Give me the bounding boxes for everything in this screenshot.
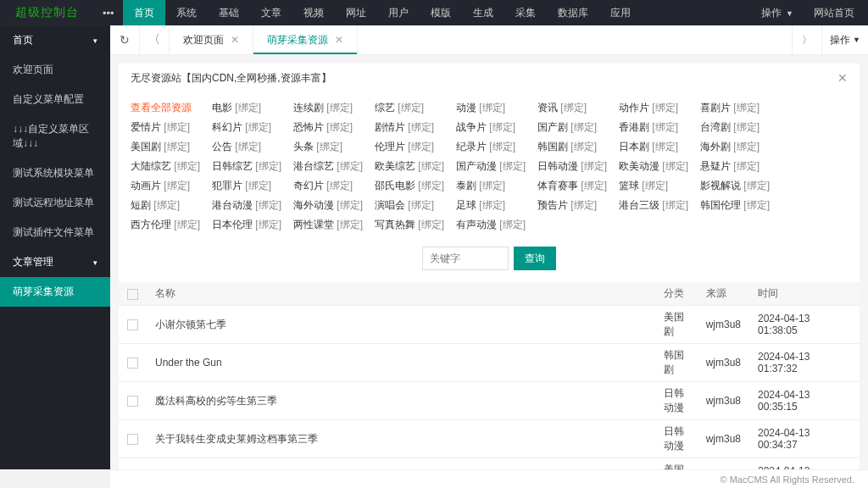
- topnav-item-2[interactable]: 基础: [208, 0, 250, 25]
- category-link[interactable]: 短剧 [绑定]: [131, 196, 212, 215]
- table-row[interactable]: Under the Gun韩国剧wjm3u82024-04-13 01:37:3…: [119, 344, 860, 382]
- tab[interactable]: 萌芽采集资源✕: [253, 25, 358, 54]
- select-all-checkbox[interactable]: [127, 289, 138, 300]
- topnav-item-4[interactable]: 视频: [292, 0, 335, 25]
- category-link[interactable]: 海外动漫 [绑定]: [293, 196, 375, 215]
- table-row[interactable]: 小谢尔顿第七季美国剧wjm3u82024-04-13 01:38:05: [119, 306, 860, 344]
- category-link[interactable]: 公告 [绑定]: [212, 137, 293, 157]
- sidebar-group[interactable]: 首页▾: [0, 25, 110, 55]
- category-link[interactable]: 预告片 [绑定]: [537, 196, 619, 215]
- topnav-item-5[interactable]: 网址: [335, 0, 377, 25]
- category-link[interactable]: 港台综艺 [绑定]: [293, 157, 375, 176]
- search-button[interactable]: 查询: [514, 247, 556, 270]
- table-row[interactable]: 魔法科高校的劣等生第三季日韩动漫wjm3u82024-04-13 00:35:1…: [119, 382, 860, 420]
- category-link[interactable]: 海外剧 [绑定]: [700, 137, 782, 157]
- topnav-item-8[interactable]: 生成: [462, 0, 504, 25]
- tab-close-icon[interactable]: ✕: [335, 34, 343, 46]
- category-link[interactable]: 邵氏电影 [绑定]: [375, 176, 456, 196]
- tab-next-icon[interactable]: 〉: [792, 25, 821, 54]
- category-link[interactable]: 台湾剧 [绑定]: [700, 118, 782, 137]
- category-link[interactable]: 韩国剧 [绑定]: [537, 137, 619, 157]
- category-link[interactable]: 资讯 [绑定]: [537, 98, 619, 118]
- search-input[interactable]: [422, 247, 509, 270]
- topnav-item-0[interactable]: 首页: [123, 0, 165, 25]
- table-row[interactable]: 关于我转生变成史莱姆这档事第三季日韩动漫wjm3u82024-04-13 00:…: [119, 420, 860, 458]
- category-link[interactable]: 动漫 [绑定]: [456, 98, 537, 118]
- category-link[interactable]: 剧情片 [绑定]: [375, 118, 456, 137]
- cell-cat: 韩国剧: [655, 344, 698, 382]
- category-link[interactable]: 港台三级 [绑定]: [619, 196, 700, 215]
- topnav-item-1[interactable]: 系统: [165, 0, 208, 25]
- category-link[interactable]: 体育赛事 [绑定]: [537, 176, 619, 196]
- category-link[interactable]: 韩国伦理 [绑定]: [700, 196, 782, 215]
- tab-operate-dropdown[interactable]: 操作 ▼: [821, 25, 868, 54]
- category-link[interactable]: 有声动漫 [绑定]: [456, 215, 537, 235]
- category-link[interactable]: 篮球 [绑定]: [619, 176, 700, 196]
- category-link[interactable]: 港台动漫 [绑定]: [212, 196, 293, 215]
- category-link[interactable]: 足球 [绑定]: [456, 196, 537, 215]
- row-checkbox[interactable]: [127, 396, 138, 407]
- topnav-item-10[interactable]: 数据库: [547, 0, 599, 25]
- category-link[interactable]: 犯罪片 [绑定]: [212, 176, 293, 196]
- sidebar-item[interactable]: ↓↓↓自定义菜单区域↓↓↓: [0, 114, 110, 158]
- category-link[interactable]: 纪录片 [绑定]: [456, 137, 537, 157]
- operate-dropdown[interactable]: 操作 ▼: [761, 6, 793, 20]
- category-link[interactable]: 泰剧 [绑定]: [456, 176, 537, 196]
- tab[interactable]: 欢迎页面✕: [170, 25, 253, 54]
- category-link[interactable]: 香港剧 [绑定]: [619, 118, 700, 137]
- sidebar-item[interactable]: 欢迎页面: [0, 55, 110, 85]
- category-link[interactable]: 欧美综艺 [绑定]: [375, 157, 456, 176]
- category-link[interactable]: 伦理片 [绑定]: [375, 137, 456, 157]
- category-link[interactable]: 动作片 [绑定]: [619, 98, 700, 118]
- sidebar-item[interactable]: 自定义菜单配置: [0, 85, 110, 114]
- site-home-link[interactable]: 网站首页: [814, 6, 854, 20]
- category-link[interactable]: 日本伦理 [绑定]: [212, 215, 293, 235]
- category-link[interactable]: 日韩综艺 [绑定]: [212, 157, 293, 176]
- tab-close-icon[interactable]: ✕: [231, 34, 239, 46]
- category-link[interactable]: 两性课堂 [绑定]: [293, 215, 375, 235]
- category-link[interactable]: 头条 [绑定]: [293, 137, 375, 157]
- sidebar-item[interactable]: 测试系统模块菜单: [0, 158, 110, 188]
- category-link[interactable]: 欧美动漫 [绑定]: [619, 157, 700, 176]
- category-link[interactable]: 日本剧 [绑定]: [619, 137, 700, 157]
- topnav-item-6[interactable]: 用户: [377, 0, 420, 25]
- category-link[interactable]: 国产动漫 [绑定]: [456, 157, 537, 176]
- category-link[interactable]: 喜剧片 [绑定]: [700, 98, 782, 118]
- category-link[interactable]: 演唱会 [绑定]: [375, 196, 456, 215]
- category-link[interactable]: 国产剧 [绑定]: [537, 118, 619, 137]
- category-link[interactable]: 连续剧 [绑定]: [293, 98, 375, 118]
- category-link[interactable]: 奇幻片 [绑定]: [293, 176, 375, 196]
- category-link[interactable]: 动画片 [绑定]: [131, 176, 212, 196]
- category-link[interactable]: 日韩动漫 [绑定]: [537, 157, 619, 176]
- row-checkbox[interactable]: [127, 434, 138, 445]
- category-link[interactable]: 影视解说 [绑定]: [700, 176, 782, 196]
- refresh-icon[interactable]: ↻: [110, 25, 140, 54]
- table-row[interactable]: 鬼屋欢乐送第三季美国剧wjm3u82024-04-12 23:53:09: [119, 458, 860, 470]
- sidebar-group[interactable]: 文章管理▾: [0, 247, 110, 277]
- close-icon[interactable]: ✕: [837, 71, 848, 85]
- sidebar-item[interactable]: 测试插件文件菜单: [0, 218, 110, 247]
- category-link[interactable]: 电影 [绑定]: [212, 98, 293, 118]
- topnav-item-11[interactable]: 应用: [599, 0, 642, 25]
- category-link[interactable]: 爱情片 [绑定]: [131, 118, 212, 137]
- category-link[interactable]: 西方伦理 [绑定]: [131, 215, 212, 235]
- category-link[interactable]: 写真热舞 [绑定]: [375, 215, 456, 235]
- tab-prev-icon[interactable]: 〈: [140, 25, 170, 54]
- sidebar-item[interactable]: 萌芽采集资源: [0, 277, 110, 307]
- row-checkbox[interactable]: [127, 358, 138, 369]
- category-link[interactable]: 恐怖片 [绑定]: [293, 118, 375, 137]
- category-link[interactable]: 战争片 [绑定]: [456, 118, 537, 137]
- category-link[interactable]: 悬疑片 [绑定]: [700, 157, 782, 176]
- category-link[interactable]: 大陆综艺 [绑定]: [131, 157, 212, 176]
- category-link[interactable]: 查看全部资源: [131, 98, 212, 118]
- topnav-item-9[interactable]: 采集: [504, 0, 547, 25]
- source-title: 无尽资源站【国内CDN,全网秒播,资源丰富】: [131, 72, 331, 84]
- category-link[interactable]: 科幻片 [绑定]: [212, 118, 293, 137]
- category-link[interactable]: 美国剧 [绑定]: [131, 137, 212, 157]
- more-icon[interactable]: •••: [94, 7, 123, 19]
- topnav-item-3[interactable]: 文章: [250, 0, 292, 25]
- topnav-item-7[interactable]: 模版: [420, 0, 462, 25]
- row-checkbox[interactable]: [127, 319, 138, 330]
- category-link[interactable]: 综艺 [绑定]: [375, 98, 456, 118]
- sidebar-item[interactable]: 测试远程地址菜单: [0, 188, 110, 218]
